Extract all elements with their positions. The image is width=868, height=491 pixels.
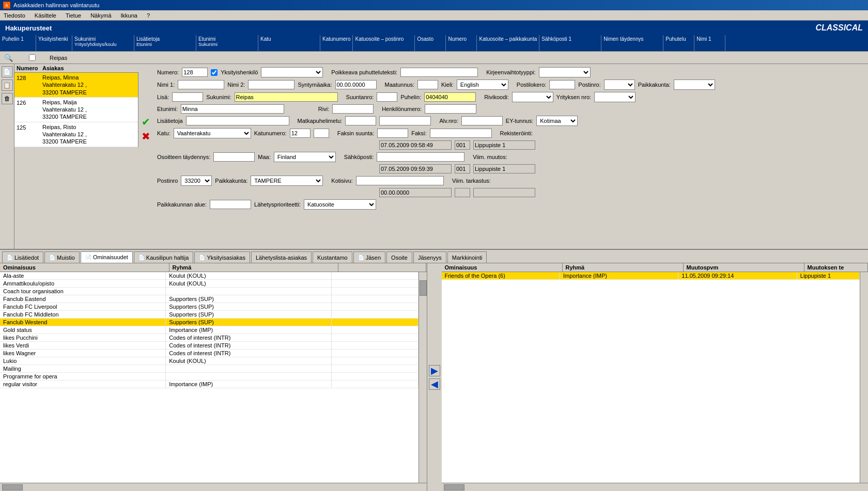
transfer-left-btn[interactable]: ◀: [429, 378, 440, 390]
kotisivu-input[interactable]: [356, 176, 444, 185]
matkapuhelinetu-input[interactable]: [345, 116, 376, 125]
props-right-row-0[interactable]: Friends of the Opera (6) Importance (IMP…: [442, 272, 860, 280]
katunumero-extra-input[interactable]: [314, 129, 329, 138]
lisa-input[interactable]: [172, 92, 203, 102]
lahetysprioriteetti-select[interactable]: Katuosoite: [304, 199, 376, 210]
props-left-horiz-scrollbar[interactable]: [0, 483, 427, 491]
etunimi-input[interactable]: [181, 104, 284, 114]
copy-icon[interactable]: 📋: [2, 80, 13, 91]
props-right-horiz-scrollbar[interactable]: [442, 483, 869, 491]
customer-row-126[interactable]: 126 Reipas, Maija Vaahterakatu 12 , 3320…: [14, 98, 138, 122]
sukunimi-search-value: Reipas: [50, 55, 67, 61]
kieli-select[interactable]: English: [457, 80, 508, 90]
alv-nro-input[interactable]: [461, 116, 503, 125]
tab-yksityisasiakas[interactable]: 📄 Yksityisasiakas: [194, 251, 250, 263]
paikkakunnan-alue-input[interactable]: [210, 200, 251, 209]
tab-jasenyys[interactable]: Jäsenyys: [413, 251, 446, 263]
katunumero-input[interactable]: [290, 129, 311, 138]
sahkoposti-input[interactable]: [377, 152, 464, 162]
props-left-row-8[interactable]: likes Pucchini Codes of interest (INTR): [0, 334, 419, 342]
props-left-row-9[interactable]: likes Verdi Codes of interest (INTR): [0, 342, 419, 350]
props-left-row-12[interactable]: Mailing: [0, 365, 419, 373]
menu-help[interactable]: ?: [145, 12, 151, 19]
ey-tunnus-select[interactable]: Kotimaa: [536, 116, 578, 126]
numero-input[interactable]: [182, 68, 208, 77]
postilokero-input[interactable]: [549, 80, 575, 89]
suuntanro-input[interactable]: [377, 92, 397, 102]
tab-ominaisuudet[interactable]: 📄 Ominaisuudet: [81, 251, 133, 263]
props-left-cell-ryhma-10: Codes of interest (INTR): [166, 350, 332, 357]
props-left-cell-ryhma-14: Importance (IMP): [166, 381, 332, 388]
props-left-row-1[interactable]: Ammattikoulu/opisto Koulut (KOUL): [0, 280, 419, 288]
menu-ikkuna[interactable]: Ikkuna: [119, 12, 139, 19]
menu-tiedosto[interactable]: Tiedosto: [2, 12, 27, 19]
props-left-scrollbar[interactable]: [419, 272, 427, 483]
kirjeenvaihto-select[interactable]: [539, 67, 591, 77]
transfer-right-btn[interactable]: ▶: [429, 365, 440, 376]
yksityishenkilo-checkbox[interactable]: [29, 54, 36, 61]
props-left-row-7[interactable]: Gold status Importance (IMP): [0, 326, 419, 334]
tab-kustantamo[interactable]: Kustantamo: [313, 251, 352, 263]
form-row-6: Katu: Vaahterakatu Katunumero: Faksin su…: [157, 128, 864, 138]
delete-icon[interactable]: 🗑: [2, 93, 13, 104]
tab-kausilipun[interactable]: 📄 Kausilipun haltija: [134, 251, 194, 263]
nimi1-input[interactable]: [178, 80, 224, 89]
props-left-row-2[interactable]: Coach tour organisation: [0, 288, 419, 295]
rivikoodi-select[interactable]: [512, 92, 553, 102]
rekisterointi-code: [455, 140, 470, 150]
nimi2-input[interactable]: [248, 80, 295, 89]
customer-row-125[interactable]: 125 Reipas, Risto Vaahterakatu 12 , 3320…: [14, 122, 138, 147]
props-left-row-13[interactable]: Programme for opera: [0, 373, 419, 381]
paikkakunta-field-select[interactable]: TAMPERE: [251, 176, 323, 186]
rivi-input[interactable]: [332, 104, 374, 114]
yksityishenkilo-form-checkbox[interactable]: [211, 69, 218, 76]
props-left-row-10[interactable]: likes Wagner Codes of interest (INTR): [0, 350, 419, 357]
maatunnus-input[interactable]: [417, 80, 438, 89]
matkapuhelin-input[interactable]: [379, 116, 431, 125]
syntymaaika-input[interactable]: [335, 80, 377, 89]
puhuttelu-select[interactable]: [261, 67, 323, 77]
puhelin-input[interactable]: [424, 92, 476, 102]
menu-kasittele[interactable]: Käsittele: [33, 12, 58, 19]
props-left-row-4[interactable]: Fanclub FC Liverpool Supporters (SUP): [0, 303, 419, 311]
postinro-field-select[interactable]: 33200: [181, 176, 212, 186]
props-right-scrollbar[interactable]: [860, 272, 868, 483]
henkilonumero-input[interactable]: [425, 104, 476, 114]
faksi-input[interactable]: [430, 129, 492, 138]
props-left-row-14[interactable]: regular visitor Importance (IMP): [0, 381, 419, 388]
props-left-cell-ryhma-13: [166, 373, 332, 380]
poikkeava-input[interactable]: [400, 68, 478, 77]
new-record-icon[interactable]: 📄: [2, 66, 13, 77]
customer-row-128[interactable]: 128 Reipas, Minna Vaahterakatu 12 , 3320…: [14, 73, 138, 98]
paikkakunta-select[interactable]: [674, 80, 715, 90]
postinro-select[interactable]: [604, 80, 635, 90]
tab-muistio[interactable]: 📄 Muistio: [44, 251, 80, 263]
side-icons: 📄 📋 🗑: [0, 64, 14, 249]
lisa-label: Lisä:: [157, 94, 169, 100]
menu-nakyma[interactable]: Näkymä: [89, 12, 113, 19]
tab-lahetyslista[interactable]: Lähetyslista-asiakas: [251, 251, 312, 263]
props-left-row-11[interactable]: Lukio Koulut (KOUL): [0, 357, 419, 365]
katu-select[interactable]: Vaahterakatu: [174, 128, 251, 138]
props-left-row-0[interactable]: Ala-aste Koulut (KOUL): [0, 272, 419, 280]
faksin-suunta-input[interactable]: [377, 129, 408, 138]
props-left-row-3[interactable]: Fanclub Eastend Supporters (SUP): [0, 295, 419, 303]
osoitteen-taydennys-input[interactable]: [213, 152, 255, 162]
confirm-icon[interactable]: ✔: [142, 116, 150, 128]
yrityksen-nro-select[interactable]: [594, 92, 636, 102]
props-left-row-6[interactable]: Fanclub Westend Supporters (SUP): [0, 319, 419, 326]
props-left-cell-ominaisuus-1: Ammattikoulu/opisto: [0, 280, 166, 287]
tab-lisatiedot[interactable]: 📄 Lisätiedot: [2, 251, 43, 263]
props-left-cell-ominaisuus-6: Fanclub Westend: [0, 319, 166, 326]
tab-jasen[interactable]: 📄 Jäsen: [353, 251, 385, 263]
tab-osoite[interactable]: Osoite: [386, 251, 412, 263]
cancel-icon[interactable]: ✖: [142, 130, 150, 142]
menu-tietue[interactable]: Tietue: [64, 12, 83, 19]
lisatietoja-input[interactable]: [186, 116, 289, 125]
maa-select[interactable]: Finland: [274, 152, 336, 162]
props-left-row-5[interactable]: Fanclub FC Middleton Supporters (SUP): [0, 311, 419, 319]
viim-muutos-date: [379, 164, 452, 173]
tab-markkinointi[interactable]: Markkinointi: [447, 251, 487, 263]
col-etunimi: Etunimi Sukunimi: [196, 35, 258, 51]
sukunimi-input[interactable]: [235, 92, 338, 102]
